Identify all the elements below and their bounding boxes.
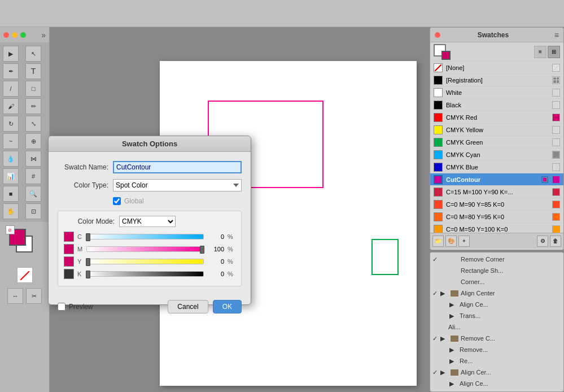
color-mode-select[interactable]: CMYK RGB Lab [119,216,176,227]
arrow-align-cer: ▶ [440,369,449,376]
k-slider-row: K 0 % [64,269,235,279]
action-row-remove-corner[interactable]: ✓ Remove Corner [430,254,563,265]
swatch-item-cmyk-red[interactable]: CMYK Red [430,111,563,124]
none-color-indicator[interactable]: ⊘ [6,225,15,234]
color-type-field: Color Type: Spot Color Process Color [58,179,242,191]
k-slider[interactable] [86,271,204,277]
y-slider[interactable] [86,259,204,264]
color-sliders-section: Color Mode: CMYK RGB Lab C 0 % [58,211,242,286]
action-label-remove-indent: Remove... [460,346,561,353]
swatch-item-cmyk-green[interactable]: CMYK Green [430,136,563,149]
swatch-item-cmyk-yellow[interactable]: CMYK Yellow [430,124,563,136]
action-row-ali[interactable]: Ali... [430,321,563,333]
m-slider[interactable] [86,246,204,252]
new-swatch-group-btn[interactable]: 📁 [432,236,444,247]
zoom-tool[interactable]: 🔍 [25,186,41,202]
view-buttons: ≡ ⊞ [534,46,560,58]
delete-swatch-btn[interactable]: 🗑 [550,236,561,247]
swatch-color-cmyk-green [434,138,443,147]
action-row-trans[interactable]: ▶ Trans... [430,310,563,321]
swatches-close-btn[interactable] [435,32,440,38]
swatch-item-cmyk-blue[interactable]: CMYK Blue [430,161,563,173]
action-row-align-center[interactable]: ✓ ▶ Align Center [430,288,563,299]
swatch-item-white[interactable]: White [430,86,563,99]
action-row-remove-c-folder[interactable]: ✓ ▶ Remove C... [430,333,563,344]
swatch-item-registration[interactable]: [Registration] [430,74,563,86]
cancel-button[interactable]: Cancel [168,300,208,313]
swatches-menu-btn[interactable]: ≡ [554,31,559,40]
preview-row: Preview [58,303,93,311]
warp-tool[interactable]: ~ [3,133,19,149]
global-checkbox[interactable] [113,197,121,205]
swatch-item-c0m80y95k0[interactable]: C=0 M=80 Y=95 K=0 [430,211,563,223]
shape-builder-tool[interactable]: ⊕ [25,133,41,149]
grid-view-btn[interactable]: ⊞ [548,46,560,58]
swatch-item-c0m90y85k0[interactable]: C=0 M=90 Y=85 K=0 [430,198,563,211]
toolbar-expand-btn[interactable] [20,32,26,38]
direct-select-tool[interactable]: ↖ [25,46,41,62]
c-thumb[interactable] [86,233,90,241]
paintbrush-tool[interactable]: 🖌 [3,98,19,114]
swatch-item-black[interactable]: Black [430,99,563,111]
pen-tool[interactable]: ✒ [3,63,19,79]
list-view-btn[interactable]: ≡ [534,46,546,58]
c-slider[interactable] [86,234,204,239]
swatch-name-input[interactable] [113,161,242,173]
select-tool[interactable]: ▶ [3,46,19,62]
actions-list[interactable]: ✓ Remove Corner Rectangle Sh... Corner..… [430,252,563,391]
action-label-remove-corner: Remove Corner [461,256,561,263]
k-thumb[interactable] [86,271,90,278]
swatch-item-none[interactable]: [None] [430,62,563,74]
artboard-tool[interactable]: ⊡ [25,203,41,219]
column-graph-tool[interactable]: 📊 [3,168,19,184]
scissors-tool[interactable]: ✂ [26,288,42,304]
y-swatch [64,256,74,267]
hand-tool[interactable]: ✋ [3,203,19,219]
preview-checkbox[interactable] [58,303,65,311]
rect-tool[interactable]: □ [25,81,41,97]
action-row-re[interactable]: ▶ Re... [430,355,563,367]
no-fill-box[interactable] [17,267,33,283]
color-type-select[interactable]: Spot Color Process Color [113,179,242,191]
m-thumb[interactable] [200,246,204,254]
action-row-rectangle[interactable]: Rectangle Sh... [430,265,563,276]
blend-tool[interactable]: ⋈ [25,151,41,167]
swatch-name-c0m90y85k0: C=0 M=90 Y=85 K=0 [446,201,549,208]
type-tool[interactable]: T [25,63,41,79]
swatch-item-c0m50y100k0[interactable]: C=0 M=50 Y=100 K=0 [430,223,563,233]
swatch-options-btn[interactable]: ⚙ [537,236,548,247]
action-row-ali2[interactable]: Ali... [430,389,563,391]
swatch-item-c15m100y90[interactable]: C=15 M=100 Y=90 K=... [430,186,563,198]
action-row-corner[interactable]: Corner... [430,276,563,288]
swatch-item-cutcontour[interactable]: CutContour [430,173,563,186]
reflect-tool[interactable]: ↔ [7,288,23,304]
eyedropper-tool[interactable]: 💧 [3,151,19,167]
toolbar-minimize-btn[interactable] [12,32,18,38]
action-row-align-ce2[interactable]: ▶ Align Ce... [430,378,563,389]
action-row-align-cer-folder[interactable]: ✓ ▶ Align Cer... [430,367,563,378]
y-thumb[interactable] [86,258,90,266]
action-row-remove-indent[interactable]: ▶ Remove... [430,344,563,355]
toolbar-collapse-arrow[interactable]: » [41,31,46,40]
scale-tool[interactable]: ⤡ [25,116,41,132]
line-tool[interactable]: / [3,81,19,97]
swatch-item-cmyk-cyan[interactable]: CMYK Cyan [430,149,563,161]
action-label-align-cer: Align Cer... [461,369,561,376]
action-row-align-ce[interactable]: ▶ Align Ce... [430,299,563,310]
rotate-tool[interactable]: ↻ [3,116,19,132]
swatch-current-preview[interactable] [434,44,451,60]
swatch-color-cutcontour [434,175,443,184]
new-swatch-btn[interactable]: + [458,236,470,247]
swatches-list[interactable]: [None] [Registration] White Black [430,62,563,233]
new-color-swatch-btn[interactable]: 🎨 [445,236,457,247]
color-selector[interactable]: ⊘ [9,229,41,260]
toolbar-close-btn[interactable] [3,32,9,38]
global-label: Global [124,197,144,205]
swatches-panel: Swatches ≡ ≡ ⊞ [None] [Registratio [430,27,564,250]
check-remove-c: ✓ [432,335,439,342]
ok-button[interactable]: OK [213,300,242,313]
green-rectangle[interactable] [371,239,399,275]
gradient-tool[interactable]: ■ [3,186,19,202]
mesh-tool[interactable]: # [25,168,41,184]
pencil-tool[interactable]: ✏ [25,98,41,114]
